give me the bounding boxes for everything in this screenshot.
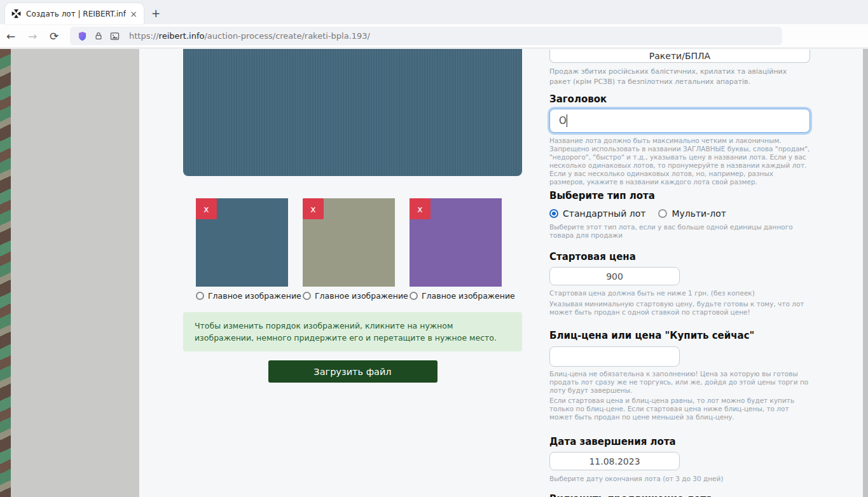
scrollbar-thumb[interactable]	[863, 49, 868, 497]
remove-image-button[interactable]: x	[303, 198, 324, 219]
radio-label: Стандартный лот	[563, 208, 645, 219]
upload-file-button[interactable]: Загрузить файл	[268, 360, 437, 383]
radio-unselected-icon[interactable]	[658, 209, 667, 218]
start-price-input[interactable]	[549, 267, 680, 285]
tracking-protection-shield-icon[interactable]	[78, 31, 87, 41]
reload-button[interactable]: ⟳	[43, 30, 65, 43]
image-permission-icon[interactable]	[110, 32, 120, 41]
start-price-help-1: Стартовая цена должна быть не ниже 1 грн…	[549, 289, 810, 297]
title-input[interactable]	[549, 109, 810, 133]
browser-tab[interactable]: Создать лот | REIBERT.info ×	[5, 3, 144, 24]
radio-standard-lot[interactable]: Стандартный лот	[549, 208, 645, 219]
thumbnail-block: x Главное изображение	[196, 198, 288, 301]
tab-title: Создать лот | REIBERT.info	[26, 10, 126, 18]
new-tab-button[interactable]: +	[148, 5, 164, 22]
radio-label: Главное изображение	[422, 291, 515, 301]
radio-selected-icon[interactable]	[549, 209, 558, 218]
page-body: x Главное изображение x Главное изображе…	[0, 49, 868, 497]
end-date-label: Дата завершения лота	[549, 436, 810, 447]
category-description: Продаж збитих російських балістичних, кр…	[549, 67, 810, 87]
main-image-radio[interactable]: Главное изображение	[410, 290, 502, 301]
title-field-wrap	[549, 109, 810, 133]
start-price-label: Стартовая цена	[549, 251, 810, 262]
thumbnail-block: x Главное изображение	[410, 198, 502, 301]
thumbnail-image[interactable]: x	[303, 198, 395, 287]
url-text: https://reibert.info/auction-process/cre…	[129, 31, 370, 41]
thumbnail-image[interactable]: x	[410, 198, 502, 287]
lot-form: Ракети/БПЛА Продаж збитих російських бал…	[549, 50, 810, 497]
left-gray-column	[11, 49, 139, 497]
thumbnail-image[interactable]: x	[196, 198, 288, 287]
blitz-price-help-1: Блиц-цена не обязательна к заполнению! Ц…	[549, 370, 810, 395]
blitz-price-label: Блиц-цена или цена "Купить сейчас"	[549, 330, 810, 341]
camo-background-strip	[0, 49, 11, 497]
lot-type-options: Стандартный лот Мульти-лот	[549, 208, 810, 219]
radio-label: Мульти-лот	[672, 208, 726, 219]
browser-toolbar: ← → ⟳	[0, 24, 868, 48]
start-price-help-2: Указывая минимальную стартовую цену, буд…	[549, 300, 810, 317]
category-select-value: Ракети/БПЛА	[649, 51, 710, 61]
hero-preview-image[interactable]	[183, 49, 522, 176]
lot-type-label: Выберите тип лота	[549, 190, 810, 201]
page-scrollbar[interactable]	[863, 49, 868, 497]
title-label: Заголовок	[549, 93, 810, 105]
radio-label: Главное изображение	[315, 291, 408, 301]
main-image-radio[interactable]: Главное изображение	[196, 290, 288, 301]
end-date-help: Выберите дату окончания лота (от 3 до 30…	[549, 475, 810, 483]
radio-icon[interactable]	[303, 292, 311, 300]
maltese-cross-favicon-icon	[11, 9, 21, 18]
text-caret	[567, 114, 567, 127]
images-column: x Главное изображение x Главное изображе…	[183, 49, 522, 383]
blitz-price-help-2: Если стартовая цена и блиц-цена равны, т…	[549, 397, 810, 421]
title-help: Название лота должно быть максимально че…	[549, 137, 810, 186]
tab-close-icon[interactable]: ×	[130, 9, 137, 19]
main-image-radio[interactable]: Главное изображение	[303, 290, 395, 301]
radio-icon[interactable]	[196, 292, 204, 300]
lot-type-help: Выберите этот тип лота, если у вас больш…	[549, 223, 810, 240]
radio-label: Главное изображение	[208, 291, 301, 301]
url-bar[interactable]: https://reibert.info/auction-process/cre…	[70, 27, 782, 45]
back-button[interactable]: ←	[0, 30, 22, 43]
end-date-input[interactable]	[549, 452, 680, 470]
forward-button[interactable]: →	[22, 30, 43, 43]
reorder-notice: Чтобы изменить порядок изображений, клик…	[183, 312, 522, 351]
promotion-label: Включить продвижение лота	[549, 493, 810, 497]
thumbnail-block: x Главное изображение	[303, 198, 395, 301]
lock-icon[interactable]	[94, 31, 103, 41]
browser-chrome: Создать лот | REIBERT.info × + ← → ⟳	[0, 0, 868, 49]
tab-bar: Создать лот | REIBERT.info × +	[0, 0, 868, 24]
content-area: x Главное изображение x Главное изображе…	[139, 49, 863, 497]
radio-multi-lot[interactable]: Мульти-лот	[658, 208, 726, 219]
thumbnail-row: x Главное изображение x Главное изображе…	[183, 198, 522, 301]
remove-image-button[interactable]: x	[410, 198, 431, 219]
blitz-price-input[interactable]	[549, 346, 680, 367]
radio-icon[interactable]	[410, 292, 418, 300]
remove-image-button[interactable]: x	[196, 198, 217, 219]
category-select[interactable]: Ракети/БПЛА	[549, 50, 810, 63]
